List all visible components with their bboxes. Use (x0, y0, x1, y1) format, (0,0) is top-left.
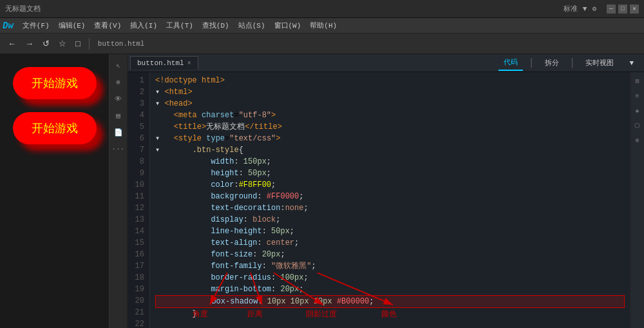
preview-panel: 开始游戏 开始游戏 (0, 54, 109, 328)
tab-section: button.html × (128, 56, 498, 70)
dw-logo: Dw (3, 21, 14, 31)
code-line-10: color:#F8FF00; (155, 179, 625, 191)
ln-3: 3 (133, 98, 144, 110)
code-line-6: ▾ <style type="text/css"> (155, 133, 625, 144)
code-line-20: box-shadow: 10px 10px 10px #B00000; (155, 295, 625, 308)
layout-dropdown[interactable]: ▼ (583, 5, 587, 13)
tool-document[interactable]: 📄 (111, 125, 126, 139)
code-line-11: background: #FF0000; (155, 191, 625, 202)
ln-4: 4 (133, 110, 144, 121)
forward-button[interactable]: → (23, 37, 36, 50)
code-line-12: text-decoration:none; (155, 202, 625, 214)
menu-find[interactable]: 查找(D) (198, 19, 233, 32)
square-button[interactable]: □ (73, 37, 83, 50)
ln-14: 14 (133, 226, 144, 237)
code-editor[interactable]: <!doctype html> ▾ <html> ▾ <head> <meta … (150, 72, 630, 328)
code-line-14: line-height: 50px; (155, 226, 625, 237)
menu-window[interactable]: 窗口(W) (270, 19, 305, 32)
code-line-16: font-size: 20px; (155, 249, 625, 260)
minimize-button[interactable]: ─ (607, 5, 616, 14)
code-line-3: ▾ <head> (155, 98, 625, 110)
ln-9: 9 (133, 168, 144, 179)
view-separator-2: | (569, 57, 576, 69)
code-line-2: ▾ <html> (155, 86, 625, 98)
right-tool-2[interactable]: ≡ (631, 90, 644, 102)
refresh-button[interactable]: ↺ (40, 37, 52, 50)
toolbar: ← → ↺ ☆ □ button.html (0, 34, 644, 54)
toolbar-separator (89, 38, 90, 50)
preview-btn-1[interactable]: 开始游戏 (13, 67, 97, 99)
menu-view[interactable]: 查看(V) (90, 19, 125, 32)
preview-btn-2[interactable]: 开始游戏 (13, 112, 97, 144)
right-tool-4[interactable]: ⬡ (631, 119, 644, 132)
editor-container: 1 2 3 4 5 6 7 8 9 10 11 12 13 14 15 16 1… (128, 72, 644, 328)
code-line-15: text-align: center; (155, 237, 625, 249)
tool-layers[interactable]: ▤ (111, 108, 126, 122)
ln-8: 8 (133, 156, 144, 168)
tab-close-button[interactable]: × (187, 60, 191, 67)
tab-filename: button.html (137, 59, 184, 67)
code-line-22 (155, 320, 625, 328)
tool-more[interactable]: ··· (111, 142, 126, 156)
ln-15: 15 (133, 237, 144, 249)
file-tab[interactable]: button.html × (130, 56, 198, 70)
menu-tools[interactable]: 工具(T) (162, 19, 197, 32)
ln-16: 16 (133, 249, 144, 260)
settings-icon[interactable]: ⚙ (592, 5, 596, 13)
code-line-21: } (155, 308, 625, 320)
close-button[interactable]: ✕ (630, 5, 639, 14)
window-controls: ─ □ ✕ (607, 5, 639, 14)
view-separator: | (528, 57, 535, 69)
code-line-9: height: 50px; (155, 168, 625, 179)
app-title: 无标题文档 (5, 4, 41, 14)
right-sidebar: ⊞ ≡ ◈ ⬡ ⊕ (630, 72, 644, 328)
code-line-7: ▾ .btn-style{ (155, 144, 625, 156)
menu-insert[interactable]: 插入(I) (126, 19, 161, 32)
view-tab-code[interactable]: 代码 (498, 55, 523, 71)
left-toolbar: ↖ ⊕ 👁 ▤ 📄 ··· (109, 54, 128, 328)
menu-help[interactable]: 帮助(H) (306, 19, 341, 32)
tool-eye[interactable]: 👁 (111, 92, 126, 106)
ln-2: 2 (133, 86, 144, 98)
view-tab-dropdown[interactable]: ▼ (624, 57, 639, 70)
view-tab-split[interactable]: 拆分 (540, 55, 564, 70)
ln-10: 10 (133, 179, 144, 191)
ln-17: 17 (133, 260, 144, 272)
ln-13: 13 (133, 214, 144, 226)
ln-21: 21 (133, 307, 144, 318)
star-button[interactable]: ☆ (56, 37, 69, 50)
maximize-button[interactable]: □ (618, 5, 627, 14)
back-button[interactable]: ← (5, 37, 19, 50)
menu-site[interactable]: 站点(S) (234, 19, 269, 32)
menu-edit[interactable]: 编辑(E) (55, 19, 90, 32)
right-tool-1[interactable]: ⊞ (631, 75, 644, 88)
ln-20: 20 (133, 295, 144, 307)
menu-items: 文件(F) 编辑(E) 查看(V) 插入(I) 工具(T) 查找(D) 站点(S… (19, 19, 341, 32)
ln-1: 1 (133, 75, 144, 86)
main-area: 开始游戏 开始游戏 ↖ ⊕ 👁 ▤ 📄 ··· button.html × 代码… (0, 54, 644, 328)
code-line-1: <!doctype html> (155, 75, 625, 86)
code-line-18: border-radius: 100px; (155, 272, 625, 284)
view-section: 代码 | 拆分 | 实时视图 ▼ (498, 55, 644, 71)
code-area: button.html × 代码 | 拆分 | 实时视图 ▼ 1 2 3 4 5 (128, 54, 644, 328)
title-bar-right: 标准 ▼ ⚙ ─ □ ✕ (564, 4, 639, 14)
right-tool-5[interactable]: ⊕ (631, 134, 644, 147)
menu-file[interactable]: 文件(F) (19, 19, 53, 32)
ln-7: 7 (133, 144, 144, 156)
tab-bar-and-view: button.html × 代码 | 拆分 | 实时视图 ▼ (128, 54, 644, 72)
tool-cursor[interactable]: ↖ (111, 58, 126, 72)
code-line-19: margin-bottom: 20px; (155, 284, 625, 295)
ln-22: 22 (133, 318, 144, 328)
tool-insert[interactable]: ⊕ (111, 75, 126, 89)
menu-bar: Dw 文件(F) 编辑(E) 查看(V) 插入(I) 工具(T) 查找(D) 站… (0, 18, 644, 34)
ln-19: 19 (133, 284, 144, 295)
code-line-4: <meta charset="utf-8"> (155, 110, 625, 121)
ln-11: 11 (133, 191, 144, 202)
view-tab-live[interactable]: 实时视图 (580, 55, 619, 70)
ln-6: 6 (133, 133, 144, 144)
filename-label: button.html (98, 40, 145, 48)
right-tool-3[interactable]: ◈ (631, 104, 644, 117)
title-bar: 无标题文档 标准 ▼ ⚙ ─ □ ✕ (0, 0, 644, 18)
ln-5: 5 (133, 121, 144, 133)
title-bar-left: 无标题文档 (5, 4, 41, 14)
